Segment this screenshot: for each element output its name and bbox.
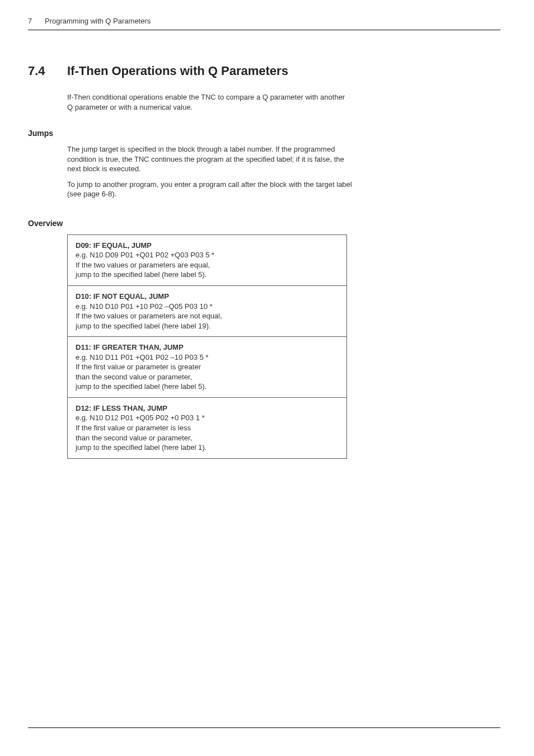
cell-line: If the two values or parameters are not … — [76, 312, 222, 320]
jumps-section: Jumps The jump target is specified in th… — [28, 129, 500, 199]
cell-title: D11: IF GREATER THAN, JUMP — [76, 342, 339, 353]
overview-section: Overview D09: IF EQUAL, JUMP e.g. N10 D0… — [28, 219, 500, 459]
page-header: 7 Programming with Q Parameters — [28, 17, 500, 30]
cell-line: than the second value or parameter, — [76, 434, 192, 442]
cell-line: If the two values or parameters are equa… — [76, 261, 210, 269]
jumps-para-1: The jump target is specified in the bloc… — [67, 144, 353, 174]
overview-heading: Overview — [28, 219, 500, 228]
cell-line: jump to the specified label (here label … — [76, 443, 207, 452]
section-heading: 7.4 If-Then Operations with Q Parameters — [28, 64, 500, 78]
table-row: D10: IF NOT EQUAL, JUMP e.g. N10 D10 P01… — [68, 286, 347, 337]
overview-table: D09: IF EQUAL, JUMP e.g. N10 D09 P01 +Q0… — [67, 234, 347, 459]
cell-line: jump to the specified label (here label … — [76, 322, 210, 330]
section-number: 7.4 — [28, 64, 67, 78]
chapter-number: 7 — [28, 17, 45, 25]
cell-example: e.g. N10 D09 P01 +Q01 P02 +Q03 P03 5 * — [76, 251, 214, 259]
cell-title: D09: IF EQUAL, JUMP — [76, 241, 339, 251]
overview-cell-d12: D12: IF LESS THAN, JUMP e.g. N10 D12 P01… — [68, 397, 347, 458]
table-row: D12: IF LESS THAN, JUMP e.g. N10 D12 P01… — [68, 397, 347, 458]
cell-example: e.g. N10 D11 P01 +Q01 P02 –10 P03 5 * — [76, 353, 208, 361]
table-row: D09: IF EQUAL, JUMP e.g. N10 D09 P01 +Q0… — [68, 234, 347, 285]
footer-divider — [28, 727, 500, 728]
cell-title: D12: IF LESS THAN, JUMP — [76, 403, 339, 414]
jumps-heading: Jumps — [28, 129, 500, 138]
jumps-para-2: To jump to another program, you enter a … — [67, 180, 353, 199]
cell-example: e.g. N10 D10 P01 +10 P02 –Q05 P03 10 * — [76, 302, 213, 311]
overview-cell-d11: D11: IF GREATER THAN, JUMP e.g. N10 D11 … — [68, 337, 347, 398]
table-row: D11: IF GREATER THAN, JUMP e.g. N10 D11 … — [68, 337, 347, 398]
overview-cell-d09: D09: IF EQUAL, JUMP e.g. N10 D09 P01 +Q0… — [68, 234, 347, 285]
overview-cell-d10: D10: IF NOT EQUAL, JUMP e.g. N10 D10 P01… — [68, 286, 347, 337]
cell-example: e.g. N10 D12 P01 +Q05 P02 +0 P03 1 * — [76, 414, 205, 422]
cell-title: D10: IF NOT EQUAL, JUMP — [76, 292, 339, 302]
section-title: If-Then Operations with Q Parameters — [67, 64, 288, 78]
section-intro: If-Then conditional operations enable th… — [67, 92, 347, 112]
cell-line: than the second value or parameter, — [76, 373, 192, 381]
chapter-title: Programming with Q Parameters — [45, 17, 151, 25]
cell-line: jump to the specified label (here label … — [76, 382, 207, 391]
cell-line: If the first value or parameter is less — [76, 424, 191, 432]
cell-line: If the first value or parameter is great… — [76, 363, 201, 371]
cell-line: jump to the specified label (here label … — [76, 270, 207, 279]
